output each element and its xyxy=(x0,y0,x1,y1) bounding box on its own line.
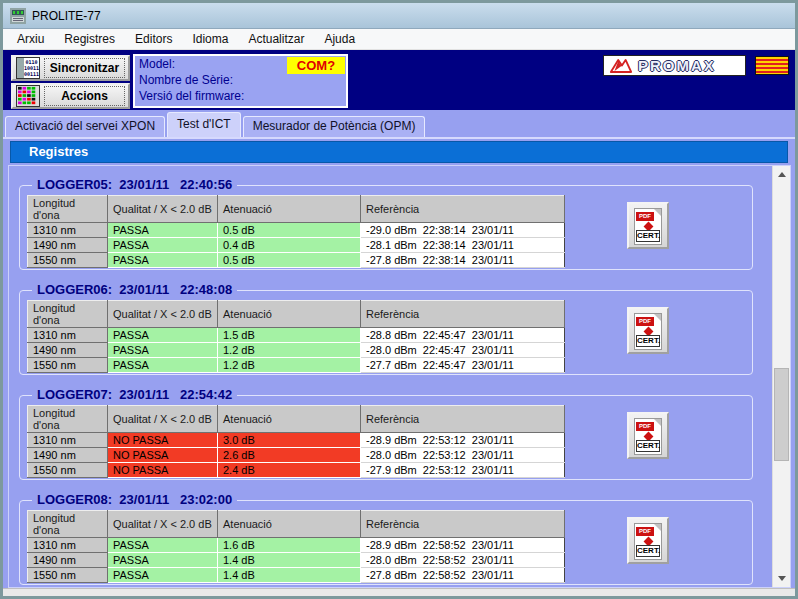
menu-bar: ArxiuRegistresEditorsIdiomaActualitzarAj… xyxy=(3,29,795,50)
catalan-flag-icon xyxy=(755,56,789,75)
reference-cell: -28.8 dBm 22:45:47 23/01/11 xyxy=(361,328,565,343)
pdf-cert-button[interactable]: PDF CERT. xyxy=(627,412,669,459)
pdf-cert-button[interactable]: PDF CERT. xyxy=(627,202,669,249)
page-fold-icon xyxy=(654,314,661,321)
scroll-down-button[interactable] xyxy=(773,570,790,587)
toolbar: 0110 10011 00111 Sincronitzar Accions Mo… xyxy=(3,50,795,110)
sync-button[interactable]: 0110 10011 00111 Sincronitzar xyxy=(11,55,130,81)
reference-cell: -29.0 dBm 22:38:14 23/01/11 xyxy=(361,223,565,238)
table-row: 1490 nmPASSA1.2 dB-28.0 dBm 22:45:47 23/… xyxy=(28,343,565,358)
menu-item-registres[interactable]: Registres xyxy=(54,30,125,48)
logger-group: LOGGER05: 23/01/11 22:40:56 Longitud d'o… xyxy=(19,185,753,270)
window-bottom-edge xyxy=(3,588,795,596)
scroll-up-button[interactable] xyxy=(773,166,790,183)
pdf-cert-button[interactable]: PDF CERT. xyxy=(627,517,669,564)
wavelength-cell: 1550 nm xyxy=(28,463,108,478)
quality-cell: PASSA xyxy=(108,343,218,358)
logger-title: LOGGER05: 23/01/11 22:40:56 xyxy=(32,177,237,192)
promax-logo: PROMAX xyxy=(603,55,746,76)
logger-group: LOGGER07: 23/01/11 22:54:42 Longitud d'o… xyxy=(19,395,753,480)
actions-grid-icon xyxy=(16,85,40,107)
menu-item-arxiu[interactable]: Arxiu xyxy=(7,30,54,48)
scroll-thumb[interactable] xyxy=(774,368,789,461)
menu-item-idioma[interactable]: Idioma xyxy=(182,30,238,48)
wavelength-cell: 1550 nm xyxy=(28,358,108,373)
reference-cell: -28.9 dBm 22:58:52 23/01/11 xyxy=(361,538,565,553)
logger-table: Longitud d'onaQualitat / X < 2.0 dBAtenu… xyxy=(27,300,565,373)
table-row: 1490 nmPASSA0.4 dB-28.1 dBm 22:38:14 23/… xyxy=(28,238,565,253)
column-header: Qualitat / X < 2.0 dB xyxy=(108,406,218,433)
logger-group: LOGGER08: 23/01/11 23:02:00 Longitud d'o… xyxy=(19,500,753,585)
attenuation-cell: 0.4 dB xyxy=(218,238,361,253)
quality-cell: PASSA xyxy=(108,253,218,268)
column-header: Qualitat / X < 2.0 dB xyxy=(108,301,218,328)
table-header-row: Longitud d'onaQualitat / X < 2.0 dBAtenu… xyxy=(28,406,565,433)
table-row: 1310 nmNO PASSA3.0 dB-28.9 dBm 22:53:12 … xyxy=(28,433,565,448)
column-header: Longitud d'ona xyxy=(28,511,108,538)
wavelength-cell: 1490 nm xyxy=(28,343,108,358)
tab-ict[interactable]: Test d'ICT xyxy=(167,112,241,137)
table-row: 1310 nmPASSA1.6 dB-28.9 dBm 22:58:52 23/… xyxy=(28,538,565,553)
reference-cell: -28.9 dBm 22:53:12 23/01/11 xyxy=(361,433,565,448)
actions-button[interactable]: Accions xyxy=(11,83,130,109)
reference-cell: -27.8 dBm 22:58:52 23/01/11 xyxy=(361,568,565,583)
column-header: Atenuació xyxy=(218,301,361,328)
quality-cell: PASSA xyxy=(108,358,218,373)
wavelength-cell: 1550 nm xyxy=(28,253,108,268)
app-icon xyxy=(10,8,26,24)
reference-cell: -27.8 dBm 22:38:14 23/01/11 xyxy=(361,253,565,268)
pdf-banner-label: PDF xyxy=(636,317,654,326)
attenuation-cell: 2.6 dB xyxy=(218,448,361,463)
table-row: 1310 nmPASSA1.5 dB-28.8 dBm 22:45:47 23/… xyxy=(28,328,565,343)
sync-binary-icon: 0110 10011 00111 xyxy=(16,57,40,79)
pdf-banner-label: PDF xyxy=(636,422,654,431)
attenuation-cell: 0.5 dB xyxy=(218,253,361,268)
pdf-banner-label: PDF xyxy=(636,527,654,536)
menu-item-editors[interactable]: Editors xyxy=(125,30,182,48)
logger-table: Longitud d'onaQualitat / X < 2.0 dBAtenu… xyxy=(27,195,565,268)
column-header: Longitud d'ona xyxy=(28,406,108,433)
table-row: 1550 nmPASSA1.2 dB-27.7 dBm 22:45:47 23/… xyxy=(28,358,565,373)
attenuation-cell: 2.4 dB xyxy=(218,463,361,478)
attenuation-cell: 1.6 dB xyxy=(218,538,361,553)
table-header-row: Longitud d'onaQualitat / X < 2.0 dBAtenu… xyxy=(28,511,565,538)
reference-cell: -28.0 dBm 22:53:12 23/01/11 xyxy=(361,448,565,463)
logger-title: LOGGER08: 23/01/11 23:02:00 xyxy=(32,492,237,507)
quality-cell: PASSA xyxy=(108,238,218,253)
scrollbar[interactable] xyxy=(772,166,790,587)
actions-button-label: Accions xyxy=(44,86,125,106)
cert-label: CERT. xyxy=(636,230,660,242)
table-header-row: Longitud d'onaQualitat / X < 2.0 dBAtenu… xyxy=(28,301,565,328)
window-title: PROLITE-77 xyxy=(32,9,101,23)
logger-title: LOGGER07: 23/01/11 22:54:42 xyxy=(32,387,237,402)
tab-xpon[interactable]: Activació del servei XPON xyxy=(5,116,165,137)
menu-item-actualitzar[interactable]: Actualitzar xyxy=(238,30,314,48)
wavelength-cell: 1490 nm xyxy=(28,448,108,463)
logger-title: LOGGER06: 23/01/11 22:48:08 xyxy=(32,282,237,297)
wavelength-cell: 1310 nm xyxy=(28,538,108,553)
quality-cell: PASSA xyxy=(108,553,218,568)
attenuation-cell: 1.4 dB xyxy=(218,568,361,583)
firmware-label: Versió del firmware: xyxy=(135,88,346,104)
page-fold-icon xyxy=(654,524,661,531)
quality-cell: NO PASSA xyxy=(108,448,218,463)
pdf-cert-button[interactable]: PDF CERT. xyxy=(627,307,669,354)
pdf-cert-icon: PDF CERT. xyxy=(634,523,662,560)
tab-strip: Activació del servei XPONTest d'ICTMesur… xyxy=(3,110,795,137)
table-row: 1550 nmPASSA1.4 dB-27.8 dBm 22:58:52 23/… xyxy=(28,568,565,583)
cert-label: CERT. xyxy=(636,335,660,347)
wavelength-cell: 1310 nm xyxy=(28,223,108,238)
column-header: Referència xyxy=(361,511,565,538)
quality-cell: NO PASSA xyxy=(108,463,218,478)
attenuation-cell: 1.4 dB xyxy=(218,553,361,568)
sync-button-label: Sincronitzar xyxy=(44,58,125,78)
serial-label: Nombre de Sèrie: xyxy=(135,72,346,88)
tab-opm[interactable]: Mesurador de Potència (OPM) xyxy=(243,116,426,137)
menu-item-ajuda[interactable]: Ajuda xyxy=(314,30,365,48)
reference-cell: -27.9 dBm 22:53:12 23/01/11 xyxy=(361,463,565,478)
logger-list: LOGGER05: 23/01/11 22:40:56 Longitud d'o… xyxy=(9,166,772,587)
quality-cell: PASSA xyxy=(108,568,218,583)
title-bar[interactable]: PROLITE-77 xyxy=(3,3,795,29)
main-content: Registres LOGGER05: 23/01/11 22:40:56 Lo… xyxy=(3,137,795,588)
page-fold-icon xyxy=(654,419,661,426)
